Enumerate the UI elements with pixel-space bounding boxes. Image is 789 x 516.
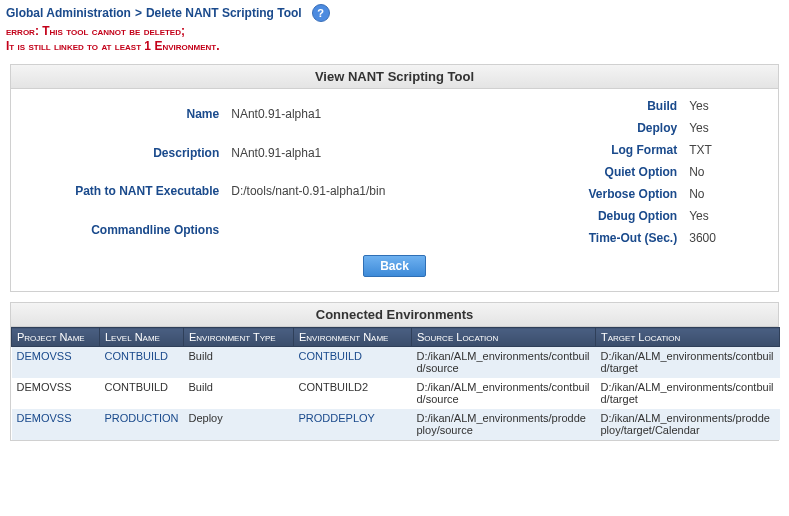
cell-target: D:/ikan/ALM_environments/proddeploy/targ…	[596, 409, 780, 440]
col-target: Target Location	[596, 328, 780, 347]
cell-project: DEMOVSS	[12, 409, 100, 440]
connected-environments-panel: Connected Environments Project Name Leve…	[10, 302, 779, 441]
col-envtype: Environment Type	[184, 328, 294, 347]
col-source: Source Location	[412, 328, 596, 347]
breadcrumb-root[interactable]: Global Administration	[6, 6, 131, 20]
timeout-value: 3600	[683, 227, 768, 249]
table-row: DEMOVSSCONTBUILDBuildCONTBUILDD:/ikan/AL…	[12, 347, 780, 378]
quiet-label: Quiet Option	[463, 161, 684, 183]
deploy-label: Deploy	[463, 117, 684, 139]
connected-environments-title: Connected Environments	[11, 303, 778, 327]
cell-level: PRODUCTION	[100, 409, 184, 440]
view-tool-panel-title: View NANT Scripting Tool	[11, 65, 778, 89]
breadcrumb-page: Delete NANT Scripting Tool	[146, 6, 302, 20]
tool-properties-right: Build Yes Deploy Yes Log Format TXT Quie…	[463, 95, 768, 249]
link-envname[interactable]: CONTBUILD	[299, 350, 363, 362]
help-icon[interactable]: ?	[312, 4, 330, 22]
debug-value: Yes	[683, 205, 768, 227]
breadcrumb: Global Administration > Delete NANT Scri…	[0, 0, 789, 24]
link-level[interactable]: PRODUCTION	[105, 412, 179, 424]
col-level: Level Name	[100, 328, 184, 347]
cell-envtype: Build	[184, 347, 294, 378]
cell-source: D:/ikan/ALM_environments/contbuild/sourc…	[412, 347, 596, 378]
name-value: NAnt0.91-alpha1	[225, 95, 442, 134]
table-row: DEMOVSSCONTBUILDBuildCONTBUILD2D:/ikan/A…	[12, 378, 780, 409]
verbose-label: Verbose Option	[463, 183, 684, 205]
environments-table: Project Name Level Name Environment Type…	[11, 327, 780, 440]
path-value: D:/tools/nant-0.91-alpha1/bin	[225, 172, 442, 211]
link-envname[interactable]: PRODDEPLOY	[299, 412, 375, 424]
error-line-1: error: This tool cannot be deleted;	[6, 24, 783, 39]
cell-envtype: Deploy	[184, 409, 294, 440]
cell-target: D:/ikan/ALM_environments/contbuild/targe…	[596, 378, 780, 409]
timeout-label: Time-Out (Sec.)	[463, 227, 684, 249]
logformat-value: TXT	[683, 139, 768, 161]
cell-level: CONTBUILD	[100, 378, 184, 409]
build-label: Build	[463, 95, 684, 117]
cell-target: D:/ikan/ALM_environments/contbuild/targe…	[596, 347, 780, 378]
logformat-label: Log Format	[463, 139, 684, 161]
cell-envname: CONTBUILD2	[294, 378, 412, 409]
breadcrumb-sep: >	[135, 6, 142, 20]
table-row: DEMOVSSPRODUCTIONDeployPRODDEPLOYD:/ikan…	[12, 409, 780, 440]
error-message: error: This tool cannot be deleted; It i…	[0, 24, 789, 60]
cell-source: D:/ikan/ALM_environments/contbuild/sourc…	[412, 378, 596, 409]
cell-project: DEMOVSS	[12, 347, 100, 378]
link-level[interactable]: CONTBUILD	[105, 350, 169, 362]
name-label: Name	[21, 95, 225, 134]
tool-properties-left: Name NAnt0.91-alpha1 Description NAnt0.9…	[21, 95, 443, 249]
description-value: NAnt0.91-alpha1	[225, 134, 442, 173]
link-project[interactable]: DEMOVSS	[17, 350, 72, 362]
link-project[interactable]: DEMOVSS	[17, 412, 72, 424]
view-tool-panel: View NANT Scripting Tool Name NAnt0.91-a…	[10, 64, 779, 292]
debug-label: Debug Option	[463, 205, 684, 227]
build-value: Yes	[683, 95, 768, 117]
cmdline-value	[225, 211, 442, 250]
cell-source: D:/ikan/ALM_environments/proddeploy/sour…	[412, 409, 596, 440]
verbose-value: No	[683, 183, 768, 205]
error-line-2: It is still linked to at least 1 Environ…	[6, 39, 783, 54]
path-label: Path to NANT Executable	[21, 172, 225, 211]
description-label: Description	[21, 134, 225, 173]
deploy-value: Yes	[683, 117, 768, 139]
cmdline-label: Commandline Options	[21, 211, 225, 250]
cell-envname: PRODDEPLOY	[294, 409, 412, 440]
col-envname: Environment Name	[294, 328, 412, 347]
back-button[interactable]: Back	[363, 255, 426, 277]
cell-project: DEMOVSS	[12, 378, 100, 409]
cell-envname: CONTBUILD	[294, 347, 412, 378]
quiet-value: No	[683, 161, 768, 183]
cell-envtype: Build	[184, 378, 294, 409]
cell-level: CONTBUILD	[100, 347, 184, 378]
col-project: Project Name	[12, 328, 100, 347]
